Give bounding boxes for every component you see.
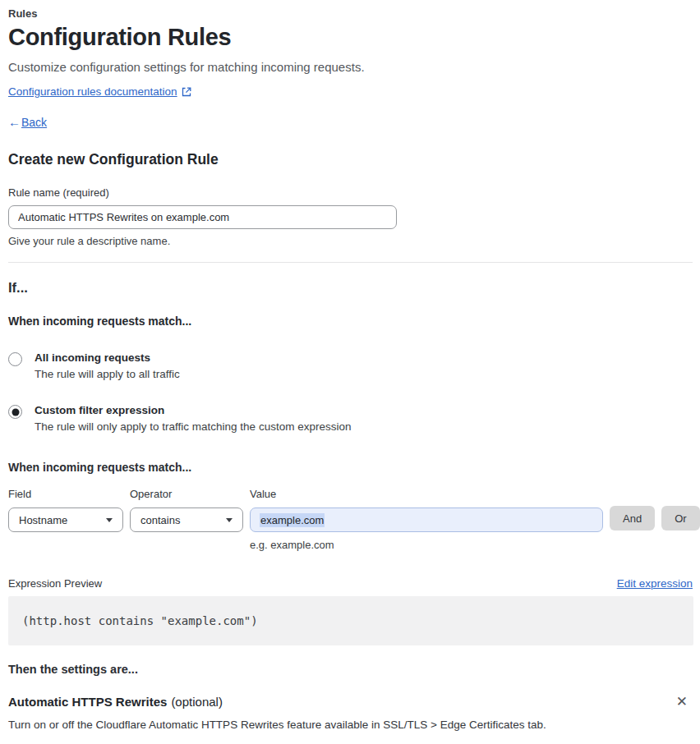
rule-name-helper: Give your rule a descriptive name. (8, 235, 693, 247)
operator-select-value: contains (140, 514, 180, 526)
chevron-down-icon (226, 518, 233, 522)
and-button[interactable]: And (610, 506, 655, 530)
radio-label: Custom filter expression (35, 404, 351, 416)
setting-optional-tag: (optional) (171, 695, 223, 709)
create-rule-heading: Create new Configuration Rule (8, 151, 693, 168)
radio-option-all-requests[interactable]: All incoming requests The rule will appl… (8, 351, 693, 380)
breadcrumb: Rules (8, 7, 693, 20)
if-heading: If... (8, 280, 693, 296)
match-type-heading: When incoming requests match... (8, 315, 693, 328)
value-label: Value (250, 488, 603, 500)
documentation-link[interactable]: Configuration rules documentation (8, 85, 177, 98)
field-label: Field (8, 488, 123, 500)
rule-name-label: Rule name (required) (8, 186, 693, 199)
or-button[interactable]: Or (661, 506, 699, 530)
radio-description: The rule will only apply to traffic matc… (35, 420, 351, 433)
chevron-down-icon (106, 518, 113, 522)
setting-description: Turn on or off the Cloudflare Automatic … (8, 719, 693, 731)
edit-expression-link[interactable]: Edit expression (617, 577, 693, 590)
configuration-rules-page: Rules Configuration Rules Customize conf… (0, 0, 700, 744)
page-title: Configuration Rules (8, 24, 693, 51)
expression-preview-label: Expression Preview (8, 577, 102, 590)
field-select[interactable]: Hostname (8, 507, 123, 532)
back-link[interactable]: Back (21, 116, 47, 129)
external-link-icon (182, 87, 191, 97)
operator-select[interactable]: contains (130, 507, 243, 532)
then-heading: Then the settings are... (8, 663, 693, 676)
radio-description: The rule will apply to all traffic (35, 368, 180, 380)
close-icon[interactable]: ✕ (671, 695, 693, 709)
expression-preview-code: (http.host contains "example.com") (8, 596, 693, 645)
value-input-text: example.com (260, 513, 325, 527)
radio-button-unchecked[interactable] (8, 352, 22, 366)
operator-label: Operator (130, 488, 243, 500)
rule-name-input[interactable] (8, 205, 397, 229)
radio-button-checked[interactable] (8, 405, 22, 419)
expression-code-text: (http.host contains "example.com") (22, 614, 258, 627)
setting-title: Automatic HTTPS Rewrites(optional) (8, 695, 223, 709)
section-divider (8, 262, 693, 263)
back-arrow-icon: ← (8, 115, 21, 129)
radio-label: All incoming requests (35, 351, 180, 364)
expression-builder-heading: When incoming requests match... (8, 461, 693, 474)
expression-builder-row: Field Hostname Operator contains Value e… (8, 488, 693, 551)
value-helper: e.g. example.com (250, 539, 603, 551)
page-subtitle: Customize configuration settings for mat… (8, 60, 693, 74)
field-select-value: Hostname (19, 514, 67, 526)
value-input[interactable]: example.com (250, 507, 603, 532)
radio-option-custom-expression[interactable]: Custom filter expression The rule will o… (8, 404, 693, 433)
